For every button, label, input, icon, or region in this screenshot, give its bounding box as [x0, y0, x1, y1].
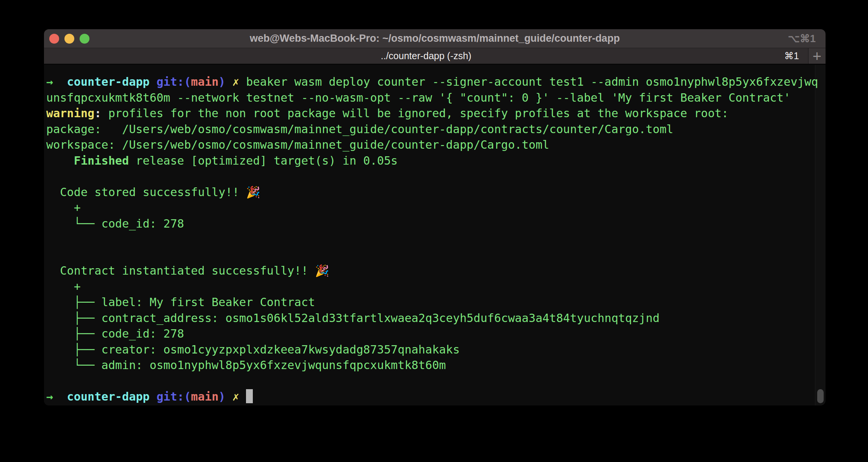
scrollbar[interactable] — [815, 65, 826, 405]
tab-bar: ../counter-dapp (-zsh) ⌘1 + — [44, 48, 826, 65]
terminal-line — [46, 247, 826, 263]
terminal-text-segment: + — [46, 201, 81, 214]
terminal-text-segment: workspace: /Users/web/osmo/cosmwasm/main… — [46, 138, 549, 151]
window-title: web@Webs-MacBook-Pro: ~/osmo/cosmwasm/ma… — [250, 33, 620, 44]
terminal-line: → counter-dapp git:(main) ✗ beaker wasm … — [46, 74, 826, 90]
terminal-text-segment: main — [191, 390, 219, 403]
terminal-text-segment: ├── code_id: 278 — [46, 327, 184, 340]
terminal-text-segment: └── admin: osmo1nyphwl8p5yx6fxzevjwqunsf… — [46, 358, 446, 372]
terminal-text-segment: → — [46, 75, 53, 88]
terminal-text-segment: ) — [219, 390, 226, 403]
terminal-line: warning: profiles for the non root packa… — [46, 105, 826, 121]
terminal-line: Contract instantiated successfully!! 🎉 — [46, 263, 826, 279]
terminal-text-segment — [150, 75, 157, 88]
terminal-text-segment: counter-dapp — [67, 75, 150, 88]
terminal-text-segment — [150, 390, 157, 403]
terminal-text-segment: git:( — [157, 75, 191, 88]
window-titlebar[interactable]: web@Webs-MacBook-Pro: ~/osmo/cosmwasm/ma… — [44, 29, 826, 48]
terminal-text-segment: : — [94, 107, 101, 120]
terminal-text-segment: beaker wasm deploy counter --signer-acco… — [239, 75, 818, 88]
terminal-line — [46, 231, 826, 247]
terminal-line: ├── contract_address: osmo1s06kl52ald33t… — [46, 310, 826, 326]
terminal-text-segment: profiles for the non root package will b… — [101, 107, 729, 120]
terminal-text-segment: main — [191, 75, 219, 88]
traffic-lights — [49, 29, 89, 48]
terminal-text-segment: unsfqpcxukmtk8t60m --network testnet --n… — [46, 91, 791, 104]
terminal-line: └── code_id: 278 — [46, 216, 826, 232]
terminal-text-segment — [226, 75, 232, 88]
terminal-text-segment: Contract instantiated successfully!! 🎉 — [46, 264, 329, 277]
terminal-window: web@Webs-MacBook-Pro: ~/osmo/cosmwasm/ma… — [44, 29, 826, 405]
close-window-button[interactable] — [49, 34, 59, 44]
terminal-text-segment: package: /Users/web/osmo/cosmwasm/mainne… — [46, 123, 674, 136]
terminal-text-segment: counter-dapp — [67, 390, 150, 403]
tab-title: ../counter-dapp (-zsh) — [381, 50, 472, 61]
terminal-text-segment — [239, 390, 246, 403]
terminal-line: └── admin: osmo1nyphwl8p5yx6fxzevjwqunsf… — [46, 357, 826, 373]
terminal-text-segment — [53, 75, 67, 88]
terminal-line: + — [46, 200, 826, 216]
terminal-text-segment: git:( — [157, 390, 191, 403]
terminal-line: unsfqpcxukmtk8t60m --network testnet --n… — [46, 90, 826, 106]
terminal-text-segment — [53, 390, 67, 403]
zoom-window-button[interactable] — [80, 34, 89, 44]
terminal-line: → counter-dapp git:(main) ✗ — [46, 389, 826, 405]
terminal-text-segment: ├── contract_address: osmo1s06kl52ald33t… — [46, 311, 660, 325]
terminal-text-segment: ├── label: My first Beaker Contract — [46, 295, 315, 309]
terminal-text-segment: ✗ — [232, 75, 239, 88]
terminal-line — [46, 373, 826, 389]
terminal-text-segment — [226, 390, 232, 403]
tab-shortcut-hint: ⌘1 — [784, 50, 799, 61]
terminal-output: → counter-dapp git:(main) ✗ beaker wasm … — [44, 65, 826, 405]
terminal-text-segment: ) — [219, 75, 226, 88]
terminal-line: ├── creator: osmo1cyyzpxplxdzkeea7kwsyda… — [46, 342, 826, 358]
minimize-window-button[interactable] — [64, 34, 74, 44]
terminal-text-segment: release [optimized] target(s) in 0.05s — [129, 154, 398, 167]
terminal-line: workspace: /Users/web/osmo/cosmwasm/main… — [46, 137, 826, 153]
terminal-text-segment: → — [46, 390, 53, 403]
terminal-line: ├── label: My first Beaker Contract — [46, 294, 826, 310]
scrollbar-thumb[interactable] — [817, 389, 824, 403]
terminal-tab[interactable]: ../counter-dapp (-zsh) ⌘1 — [44, 48, 808, 64]
terminal-line: ├── code_id: 278 — [46, 326, 826, 342]
terminal-text-segment — [46, 154, 74, 167]
new-tab-button[interactable]: + — [808, 48, 826, 64]
terminal-text-segment: ✗ — [232, 390, 239, 403]
terminal-line: Code stored successfully!! 🎉 — [46, 184, 826, 200]
terminal-text-segment: Finished — [74, 154, 129, 167]
terminal-text-segment: + — [46, 280, 81, 293]
terminal-line — [46, 168, 826, 184]
terminal-line: Finished release [optimized] target(s) i… — [46, 153, 826, 169]
terminal-cursor — [246, 389, 253, 403]
terminal-line: + — [46, 279, 826, 295]
terminal-text-segment: ├── creator: osmo1cyyzpxplxdzkeea7kwsyda… — [46, 343, 460, 356]
window-shortcut-hint: ⌥⌘1 — [788, 29, 816, 48]
terminal-text-segment: Code stored successfully!! 🎉 — [46, 185, 260, 199]
terminal-text-segment: └── code_id: 278 — [46, 217, 184, 230]
terminal-content-area[interactable]: → counter-dapp git:(main) ✗ beaker wasm … — [44, 65, 826, 405]
terminal-line: package: /Users/web/osmo/cosmwasm/mainne… — [46, 121, 826, 137]
terminal-text-segment: warning — [46, 107, 94, 120]
